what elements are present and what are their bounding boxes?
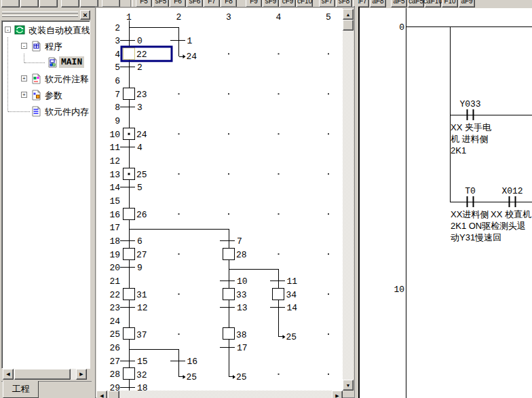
- tab-project[interactable]: 工程: [3, 381, 39, 398]
- sfc-step[interactable]: 33: [223, 288, 247, 300]
- toolbar-button-aF5[interactable]: aF5: [391, 0, 407, 7]
- sfc-canvas[interactable]: 1234523456789101112131415161718192021222…: [96, 8, 343, 391]
- scrollbar-thumb[interactable]: [108, 391, 119, 398]
- sfc-transition[interactable]: 15: [120, 357, 148, 367]
- panel-grip[interactable]: ×: [0, 10, 93, 20]
- sfc-step[interactable]: 37: [123, 328, 147, 340]
- collapse-icon[interactable]: -: [21, 43, 27, 49]
- sfc-step[interactable]: 26: [123, 208, 147, 220]
- sfc-step[interactable]: 32: [123, 368, 147, 380]
- device-memory-icon: [31, 106, 41, 117]
- scroll-left-icon[interactable]: ◀: [96, 391, 107, 398]
- sfc-step[interactable]: 34: [273, 288, 297, 300]
- sfc-row-number: 27: [109, 357, 120, 367]
- sfc-transition[interactable]: 17: [220, 343, 248, 353]
- sfc-transition[interactable]: 7: [220, 236, 242, 247]
- sfc-transition[interactable]: 5: [120, 183, 142, 193]
- toolbar-button-F10[interactable]: F10: [442, 0, 458, 7]
- scroll-right-icon[interactable]: ▶: [76, 369, 87, 380]
- sfc-grid-dot: [278, 93, 280, 94]
- tree-item-device-comment[interactable]: +软元件注释: [2, 71, 90, 87]
- toolbar-button[interactable]: [39, 0, 58, 7]
- sfc-step[interactable]: 27: [123, 248, 147, 260]
- tree-item-device-memory[interactable]: 软元件内存: [2, 103, 90, 120]
- toolbar-button-aF8[interactable]: aF8: [370, 0, 386, 7]
- sfc-transition[interactable]: 11: [270, 276, 298, 287]
- ladder-contact[interactable]: X012: [501, 186, 522, 207]
- sfc-row-number: 10: [109, 130, 120, 140]
- tree-item-program[interactable]: -程序: [2, 38, 90, 54]
- sfc-grid-dot: [178, 213, 180, 215]
- scrollbar-thumb[interactable]: [343, 20, 354, 31]
- tree-item-parameter[interactable]: +参数: [2, 87, 90, 103]
- project-icon: [14, 24, 25, 35]
- sfc-transition-label: 5: [137, 183, 142, 193]
- sfc-grid-dot: [228, 93, 229, 94]
- sfc-transition[interactable]: 14: [270, 303, 298, 313]
- sfc-transition-label: 11: [287, 276, 298, 287]
- scroll-left-icon[interactable]: ◀: [3, 369, 14, 380]
- tree-item-main[interactable]: MAIN: [2, 54, 90, 71]
- sfc-step[interactable]: 22: [123, 48, 147, 60]
- scroll-down-icon[interactable]: ▼: [343, 380, 354, 391]
- sfc-transition[interactable]: 1: [170, 36, 193, 46]
- sfc-step[interactable]: 28: [223, 248, 247, 260]
- sfc-hscrollbar[interactable]: ◀ ▶: [96, 391, 343, 398]
- sfc-transition[interactable]: 16: [170, 357, 198, 367]
- sfc-transition[interactable]: 3: [120, 103, 142, 113]
- sfc-jump[interactable]: 25: [279, 332, 297, 342]
- sfc-grid-dot: [178, 173, 180, 175]
- sfc-transition[interactable]: 10: [220, 276, 248, 287]
- ladder-window[interactable]: 010Y033XX 夹手电机 进料侧 2K1T0X012XX进料侧2K1 ON驱…: [360, 8, 532, 398]
- ladder-contact[interactable]: T0: [465, 186, 476, 207]
- ladder-contact[interactable]: Y033: [459, 99, 480, 120]
- sfc-step[interactable]: 24: [123, 128, 147, 140]
- sfc-step[interactable]: 23: [123, 88, 147, 100]
- scroll-right-icon[interactable]: ▶: [332, 391, 343, 398]
- sfc-vscrollbar[interactable]: ▲ ▼: [343, 9, 354, 391]
- scrollbar-track[interactable]: [343, 20, 354, 380]
- sfc-grid-dot: [228, 133, 229, 134]
- sfc-step[interactable]: 25: [123, 168, 147, 180]
- sfc-step[interactable]: 38: [223, 328, 247, 340]
- close-icon[interactable]: ×: [80, 10, 90, 20]
- scrollbar-track[interactable]: [96, 391, 343, 398]
- sfc-jump[interactable]: 25: [179, 372, 197, 382]
- ladder-contact-label: T0: [465, 186, 476, 196]
- toolbar-button[interactable]: [61, 0, 79, 7]
- sfc-row-number: 4: [115, 50, 120, 60]
- collapse-icon[interactable]: -: [5, 26, 11, 33]
- sfc-grid-dot: [178, 253, 180, 255]
- sfc-transition[interactable]: 6: [120, 236, 142, 247]
- scrollbar-thumb[interactable]: [14, 369, 71, 380]
- toolbar-button-caF10[interactable]: caF10: [425, 0, 441, 7]
- scroll-up-icon[interactable]: ▲: [343, 9, 354, 20]
- tree-item-project-root[interactable]: -改装自动校直线: [2, 22, 90, 38]
- sfc-jump[interactable]: 24: [179, 52, 197, 62]
- sfc-transition[interactable]: 18: [120, 383, 148, 391]
- toolbar-button[interactable]: [1, 0, 20, 7]
- ladder-contact-label: Y033: [459, 99, 480, 109]
- expand-icon[interactable]: +: [21, 92, 27, 98]
- toolbar-button-label: aF5: [393, 0, 404, 5]
- sfc-transition[interactable]: 12: [120, 303, 148, 313]
- sfc-transition[interactable]: 4: [120, 143, 142, 153]
- expand-icon[interactable]: +: [21, 75, 27, 82]
- toolbar-button-aF9[interactable]: aF9: [459, 0, 475, 7]
- toolbar-button[interactable]: [20, 0, 39, 7]
- sfc-transition[interactable]: 13: [220, 303, 248, 313]
- sfc-row-number: 20: [109, 263, 120, 273]
- sfc-transition[interactable]: 2: [120, 62, 142, 73]
- toolbar-button-label: F6: [174, 0, 182, 5]
- sfc-row-number: 25: [109, 329, 120, 340]
- sfc-transition[interactable]: 0: [120, 36, 142, 46]
- sfc-jump[interactable]: 25: [229, 372, 247, 382]
- sfc-step[interactable]: 31: [123, 288, 147, 300]
- toolbar-button-label: cF10: [297, 0, 312, 5]
- parameter-icon: [31, 90, 41, 101]
- tree-hscrollbar[interactable]: ◀ ▶: [3, 369, 87, 380]
- toolbar-button-caF5[interactable]: caF5: [408, 0, 424, 7]
- sfc-row-number: 2: [115, 23, 120, 33]
- sfc-transition[interactable]: 9: [120, 263, 142, 273]
- sfc-row-number: 8: [115, 103, 120, 113]
